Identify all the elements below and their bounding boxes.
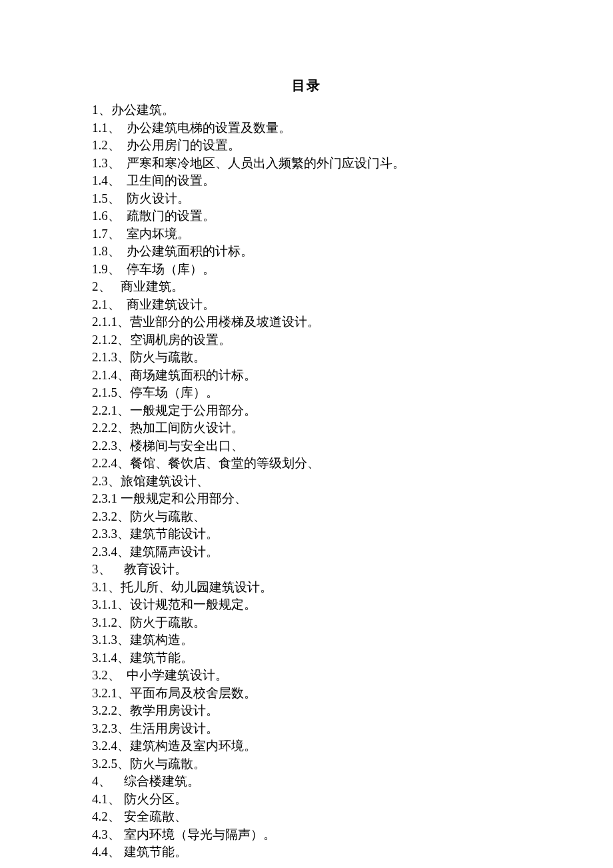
toc-entry: 4.3、 室内环境（导光与隔声）。: [92, 826, 521, 844]
toc-entry: 2.2.4、餐馆、餐饮店、食堂的等级划分、: [92, 455, 521, 473]
toc-entry: 3.1.4、建筑节能。: [92, 649, 521, 667]
toc-entry: 1.4、 卫生间的设置。: [92, 172, 521, 190]
toc-entry: 1.3、 严寒和寒冷地区、人员出入频繁的外门应设门斗。: [92, 155, 521, 173]
document-page: 目录 1、办公建筑。1.1、 办公建筑电梯的设置及数量。1.2、 办公用房门的设…: [0, 0, 613, 861]
toc-entry: 2.1.2、空调机房的设置。: [92, 331, 521, 349]
toc-entry: 1.5、 防火设计。: [92, 190, 521, 208]
toc-entry: 2.1.5、停车场（库）。: [92, 384, 521, 402]
toc-entry: 1.2、 办公用房门的设置。: [92, 137, 521, 155]
toc-entry: 4.4、 建筑节能。: [92, 843, 521, 861]
toc-entry: 3.1.2、防火于疏散。: [92, 614, 521, 632]
toc-entry: 4.1、 防火分区。: [92, 791, 521, 809]
toc-entry: 2.1、 商业建筑设计。: [92, 296, 521, 314]
toc-entry: 2.1.4、商场建筑面积的计标。: [92, 367, 521, 385]
toc-entry: 3.1.3、建筑构造。: [92, 631, 521, 649]
toc-entry: 3、 教育设计。: [92, 561, 521, 579]
toc-entry: 1.8、 办公建筑面积的计标。: [92, 243, 521, 261]
toc-entry: 2.3.3、建筑节能设计。: [92, 525, 521, 543]
toc-entry: 2.3.4、建筑隔声设计。: [92, 543, 521, 561]
toc-entry: 4、 综合楼建筑。: [92, 773, 521, 791]
toc-entry: 2.2.1、一般规定于公用部分。: [92, 402, 521, 420]
toc-entry: 2.3.2、防火与疏散、: [92, 508, 521, 526]
toc-entry: 3.1、托儿所、幼儿园建筑设计。: [92, 579, 521, 597]
page-title: 目录: [92, 77, 521, 95]
toc-entry: 3.2.1、平面布局及校舍层数。: [92, 685, 521, 703]
toc-entry: 3.2、 中小学建筑设计。: [92, 667, 521, 685]
toc-entry: 3.1.1、设计规范和一般规定。: [92, 596, 521, 614]
toc-entry: 1.1、 办公建筑电梯的设置及数量。: [92, 119, 521, 137]
toc-entry: 2、 商业建筑。: [92, 278, 521, 296]
toc-entry: 3.2.2、教学用房设计。: [92, 702, 521, 720]
toc-entry: 4.2、 安全疏散、: [92, 808, 521, 826]
toc-entry: 2.3.1 一般规定和公用部分、: [92, 490, 521, 508]
toc-entry: 2.1.3、防火与疏散。: [92, 349, 521, 367]
toc-entry: 1、办公建筑。: [92, 101, 521, 119]
toc-entry: 1.9、 停车场（库）。: [92, 261, 521, 279]
toc-list: 1、办公建筑。1.1、 办公建筑电梯的设置及数量。1.2、 办公用房门的设置。1…: [92, 101, 521, 861]
toc-entry: 2.2.2、热加工间防火设计。: [92, 419, 521, 437]
toc-entry: 3.2.4、建筑构造及室内环境。: [92, 737, 521, 755]
toc-entry: 3.2.3、生活用房设计。: [92, 720, 521, 738]
toc-entry: 1.7、 室内坏境。: [92, 225, 521, 243]
toc-entry: 3.2.5、防火与疏散。: [92, 755, 521, 773]
toc-entry: 2.1.1、营业部分的公用楼梯及坡道设计。: [92, 313, 521, 331]
toc-entry: 2.2.3、楼梯间与安全出口、: [92, 437, 521, 455]
toc-entry: 2.3、旅馆建筑设计、: [92, 473, 521, 491]
toc-entry: 1.6、 疏散门的设置。: [92, 207, 521, 225]
